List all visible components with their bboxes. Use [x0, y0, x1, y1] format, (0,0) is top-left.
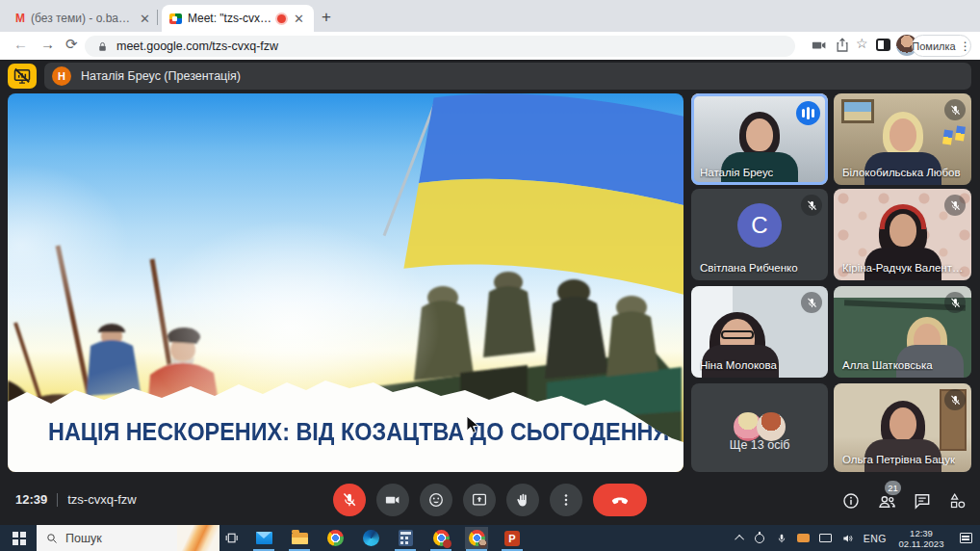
- start-button[interactable]: [0, 525, 37, 551]
- new-tab-button[interactable]: +: [322, 8, 331, 27]
- raise-hand-button[interactable]: [506, 484, 539, 516]
- participant-name: Алла Шатковська: [842, 359, 933, 371]
- menu-dots-icon[interactable]: ⋮: [960, 39, 971, 53]
- presenter-label: Наталія Бреус (Презентація): [81, 69, 241, 83]
- tray-expand-icon[interactable]: [735, 535, 744, 544]
- participant-name: Наталія Бреус: [700, 167, 773, 178]
- tray-clock-icon[interactable]: [753, 532, 766, 545]
- present-button[interactable]: [463, 484, 496, 516]
- participant-tile[interactable]: Ніна Молокова: [691, 286, 828, 378]
- taskbar-chrome-active-button[interactable]: [465, 527, 488, 549]
- participant-name: Ніна Молокова: [700, 359, 777, 371]
- tab-divider: [157, 10, 158, 25]
- error-label: Помилка: [912, 40, 955, 52]
- gmail-icon: M: [15, 12, 25, 25]
- mic-off-button[interactable]: [333, 484, 366, 516]
- more-options-button[interactable]: [550, 484, 582, 516]
- participant-tile[interactable]: Наталія Бреус: [691, 93, 828, 185]
- close-tab-icon[interactable]: ✕: [292, 12, 306, 26]
- taskbar-calculator-button[interactable]: [394, 527, 417, 549]
- activities-button[interactable]: [947, 490, 968, 512]
- profile-badge: [443, 539, 451, 548]
- taskbar-edge-button[interactable]: [359, 527, 382, 549]
- close-tab-icon[interactable]: ✕: [138, 12, 152, 26]
- taskbar-search-input[interactable]: Пошук: [37, 525, 219, 551]
- address-bar[interactable]: meet.google.com/tzs-cvxq-fzw: [85, 36, 795, 57]
- forward-button[interactable]: →: [40, 36, 55, 52]
- mail-icon: [256, 532, 272, 544]
- side-panel-icon[interactable]: [876, 39, 890, 51]
- participant-avatar: С: [737, 203, 782, 248]
- clock-time: 12:39: [910, 528, 933, 538]
- mic-muted-icon: [944, 389, 966, 410]
- share-icon[interactable]: [834, 37, 851, 54]
- tray-display-icon[interactable]: [819, 532, 833, 545]
- url-text: meet.google.com/tzs-cvxq-fzw: [116, 39, 278, 53]
- search-highlight-artwork: [177, 525, 219, 551]
- windows-logo-icon: [13, 532, 18, 538]
- mouse-cursor: [466, 415, 481, 436]
- presentation-off-button[interactable]: [8, 64, 37, 89]
- clock-date: 02.11.2023: [899, 538, 944, 549]
- edge-icon: [363, 530, 379, 546]
- speaking-indicator-icon: [796, 101, 820, 125]
- participant-name: Світлана Рибченко: [700, 262, 798, 274]
- system-tray: ENG 12:39 02.11.2023: [737, 525, 980, 551]
- taskbar-powerpoint-button[interactable]: P: [501, 527, 524, 549]
- language-indicator[interactable]: ENG: [864, 533, 887, 544]
- taskbar-mail-button[interactable]: [252, 527, 275, 549]
- lock-icon: [96, 40, 109, 53]
- presentation-off-icon: [13, 66, 32, 86]
- reload-button[interactable]: ⟳: [65, 36, 78, 53]
- tray-mic-icon[interactable]: [775, 532, 788, 545]
- profile-avatar-badge: [478, 539, 487, 548]
- presenter-avatar: Н: [52, 66, 71, 86]
- taskbar-explorer-button[interactable]: [288, 527, 311, 549]
- presentation-stage[interactable]: НАЦІЯ НЕСКОРЕНИХ: ВІД КОЗАЦТВА ДО СЬОГОД…: [8, 93, 683, 472]
- taskbar-clock[interactable]: 12:39 02.11.2023: [895, 528, 947, 549]
- overflow-avatars: [734, 412, 786, 441]
- meet-icon: [169, 13, 182, 24]
- chat-button[interactable]: [912, 490, 933, 512]
- participants-overflow-tile[interactable]: Ще 13 осіб: [691, 383, 828, 472]
- chrome-error-button[interactable]: Помилка ⋮: [912, 35, 971, 57]
- tray-volume-icon[interactable]: [841, 532, 855, 545]
- windows-taskbar: Пошук P ENG 12:39 02.11.2023: [0, 525, 980, 551]
- participant-tile[interactable]: С Світлана Рибченко: [691, 189, 828, 280]
- participant-tile[interactable]: Кіріна-Радчук Валентина: [834, 189, 971, 280]
- mic-muted-icon: [944, 195, 966, 216]
- recording-indicator-icon: [277, 14, 286, 23]
- mic-muted-icon: [801, 195, 822, 216]
- tab-meet[interactable]: Meet: "tzs-cvxq-fzw" ✕: [162, 5, 314, 32]
- participant-tile[interactable]: Білокобильська Любов: [834, 93, 971, 185]
- camera-button[interactable]: [376, 484, 409, 516]
- action-center-icon[interactable]: [960, 533, 972, 543]
- search-placeholder: Пошук: [65, 532, 102, 545]
- presenter-banner[interactable]: Н Наталія Бреус (Презентація): [44, 63, 971, 90]
- chrome-icon: [327, 530, 344, 546]
- call-controls: [0, 484, 980, 516]
- meet-panel-icons: 21: [840, 490, 968, 512]
- taskbar-chrome-button[interactable]: [323, 527, 347, 549]
- mic-muted-icon: [801, 292, 822, 313]
- reactions-button[interactable]: [420, 484, 452, 516]
- browser-toolbar: ← → ⟳ meet.google.com/tzs-cvxq-fzw ☆ Пом…: [0, 32, 980, 60]
- participant-tile[interactable]: Алла Шатковська: [834, 286, 971, 378]
- tab-gmail[interactable]: M (без теми) - o.batsuk@kubg.edu ✕: [8, 5, 160, 32]
- taskbar-chrome-profile-button[interactable]: [429, 527, 452, 549]
- overflow-count-label: Ще 13 осіб: [691, 438, 828, 452]
- mic-muted-icon: [944, 99, 966, 120]
- tab-title: (без теми) - o.batsuk@kubg.edu: [31, 12, 132, 25]
- tab-camera-in-use-icon[interactable]: [811, 37, 828, 54]
- meeting-details-button[interactable]: [840, 490, 862, 512]
- participant-tile[interactable]: Ольга Петрівна Бацук: [834, 383, 971, 472]
- task-view-button[interactable]: [219, 527, 243, 549]
- participant-name: Білокобильська Любов: [842, 167, 961, 178]
- tray-keyboard-icon[interactable]: [797, 532, 811, 545]
- search-icon: [46, 533, 58, 544]
- back-button[interactable]: ←: [13, 36, 28, 52]
- tab-title: Meet: "tzs-cvxq-fzw": [188, 12, 271, 25]
- end-call-button[interactable]: [593, 484, 647, 516]
- people-button[interactable]: 21: [876, 490, 897, 512]
- bookmark-star-icon[interactable]: ☆: [856, 36, 868, 51]
